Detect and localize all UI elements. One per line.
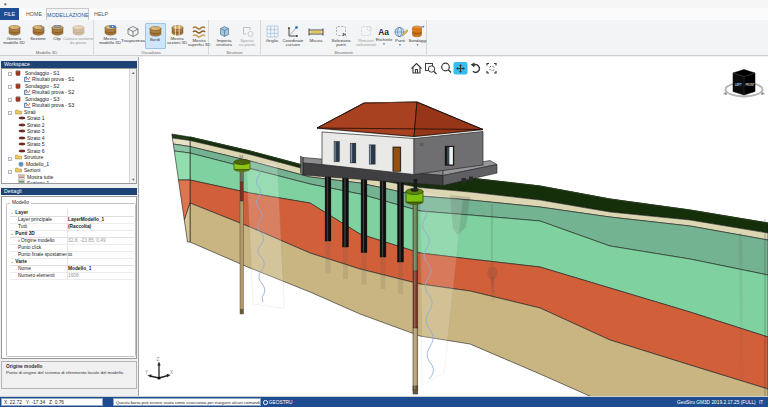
svg-text:X: X [170, 369, 173, 374]
svg-text:LEFT: LEFT [735, 82, 742, 86]
svg-text:Y: Y [145, 369, 148, 374]
svg-text:Aa: Aa [378, 26, 389, 36]
svg-text:S2: S2 [420, 143, 424, 147]
svg-text:FRONT: FRONT [746, 82, 755, 86]
svg-text:Z: Z [157, 357, 160, 362]
svg-text:S3: S3 [239, 154, 243, 158]
